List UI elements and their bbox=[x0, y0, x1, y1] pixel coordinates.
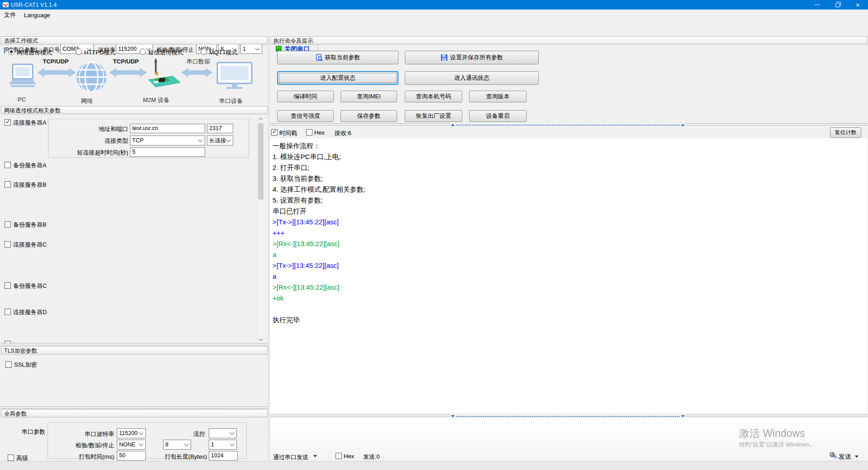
pack-len-label: 打包长度(Bytes) bbox=[163, 453, 207, 461]
short-conn-timeout-label: 短连接超时时间(秒) bbox=[48, 149, 128, 157]
backup-server-a-label: 备份服务器A bbox=[13, 161, 47, 170]
send-hex-checkbox[interactable] bbox=[336, 453, 342, 459]
window-title: USR-CAT1 V1.1.4 bbox=[11, 2, 57, 8]
scroll-down-button[interactable] bbox=[258, 336, 264, 343]
dropdown-arrow-icon bbox=[184, 442, 189, 446]
radio-mqtt[interactable] bbox=[201, 48, 207, 55]
g-parity-select[interactable]: NONE bbox=[117, 440, 146, 450]
query-version-button[interactable]: 查询版本 bbox=[469, 91, 527, 102]
log-line: +ok bbox=[273, 293, 867, 304]
global-params-header: 全局参数 bbox=[1, 409, 268, 417]
scrollbar-thumb[interactable] bbox=[258, 123, 264, 199]
backup-server-c-checkbox[interactable] bbox=[5, 282, 11, 289]
splitter-handle[interactable] bbox=[450, 123, 686, 127]
send-sound-icon bbox=[829, 451, 837, 459]
collapse-up-icon bbox=[451, 124, 455, 126]
g-flow-select[interactable] bbox=[209, 428, 237, 438]
recv-hex-label: Hex bbox=[314, 129, 325, 136]
log-line: 2. 打开串口; bbox=[273, 162, 867, 173]
log-line: 一般操作流程： bbox=[273, 141, 867, 151]
backup-server-b-checkbox[interactable] bbox=[5, 221, 11, 228]
send-button[interactable]: 发送 bbox=[839, 453, 851, 461]
query-imei-button[interactable]: 查询IMEI bbox=[340, 91, 397, 102]
g-databits-select[interactable]: 8 bbox=[163, 440, 191, 450]
factory-reset-button[interactable]: 恢复出厂设置 bbox=[405, 110, 462, 122]
conn-type-select[interactable]: TCP bbox=[130, 136, 205, 145]
server-address-input[interactable]: test.usr.cn bbox=[130, 124, 205, 133]
dropdown-arrow-icon bbox=[230, 431, 235, 435]
dropdown-arrow-icon bbox=[255, 46, 260, 51]
server-b-checkbox[interactable] bbox=[5, 181, 11, 188]
g-baud-select[interactable]: 115200 bbox=[117, 428, 146, 438]
enter-comm-button[interactable]: 进入通讯状态 bbox=[405, 71, 539, 85]
collapse-down-icon bbox=[451, 415, 455, 417]
node-net-label: 网络 bbox=[72, 97, 101, 105]
get-params-button[interactable]: 获取当前参数 bbox=[277, 51, 398, 64]
recv-hex-checkbox[interactable] bbox=[306, 129, 312, 136]
g-parity-label: 检验/数据/停止 bbox=[48, 441, 114, 450]
baud-select[interactable]: 115200 bbox=[116, 44, 153, 54]
enter-config-button[interactable]: 进入配置状态 bbox=[277, 71, 398, 85]
radio-net-passthrough[interactable] bbox=[8, 48, 14, 55]
stopbits-select[interactable]: 1 bbox=[240, 44, 262, 54]
link1-label: TCP/UDP bbox=[43, 58, 68, 65]
recv-count: 接收:6 bbox=[335, 129, 351, 137]
dropdown-arrow-icon bbox=[226, 138, 231, 142]
log-line: >[Tx->][13:45:22][asc] bbox=[273, 217, 867, 228]
log-line: >[Tx->][13:45:22][asc] bbox=[273, 260, 867, 271]
activate-windows-watermark: 激活 Windows bbox=[739, 426, 805, 441]
arrow-icon bbox=[181, 68, 213, 77]
send-via-serial-dropdown[interactable]: 通过串口发送 bbox=[273, 453, 308, 461]
pack-len-input[interactable]: 1024 bbox=[209, 451, 238, 460]
log-line: a bbox=[273, 271, 867, 282]
menu-bar: 文件 Language bbox=[0, 10, 868, 20]
timestamp-checkbox[interactable] bbox=[271, 129, 278, 136]
advanced-checkbox[interactable] bbox=[8, 455, 14, 461]
server-a-label: 连接服务器A bbox=[13, 119, 47, 127]
left-splitter-groove[interactable] bbox=[1, 343, 268, 346]
menu-language[interactable]: Language bbox=[20, 10, 54, 20]
restore-icon bbox=[835, 3, 839, 7]
serial-params-label: 串口参数 bbox=[22, 428, 45, 436]
pack-time-input[interactable]: 50 bbox=[117, 451, 146, 460]
reset-count-button[interactable]: 复位计数 bbox=[830, 127, 861, 138]
log-line: 1. 模块连PC串口,上电; bbox=[273, 151, 867, 162]
dropdown-arrow-icon bbox=[230, 442, 235, 446]
commands-header: 执行命令及提示 bbox=[270, 36, 867, 44]
addr-port-label: 地址和端口 bbox=[48, 125, 128, 133]
net-params-header: 网络透传模式相关参数 bbox=[1, 106, 268, 114]
restore-button[interactable] bbox=[827, 0, 848, 10]
log-area[interactable]: 一般操作流程：1. 模块连PC串口,上电;2. 打开串口;3. 获取当前参数;4… bbox=[270, 138, 867, 413]
timeout-input[interactable]: 5 bbox=[130, 147, 205, 157]
node-m2m-label: M2M 设备 bbox=[136, 96, 177, 104]
persist-select[interactable]: 长连接 bbox=[207, 136, 233, 145]
server-c-checkbox[interactable] bbox=[5, 241, 11, 247]
conn-type-label: 连接类型 bbox=[48, 137, 128, 145]
minimize-button[interactable] bbox=[807, 0, 827, 10]
arrow-icon bbox=[37, 68, 76, 77]
server-d-checkbox[interactable] bbox=[5, 309, 11, 315]
ssl-checkbox[interactable] bbox=[5, 361, 12, 368]
server-a-checkbox[interactable] bbox=[5, 119, 11, 126]
device-restart-button[interactable]: 设备重启 bbox=[469, 110, 527, 122]
params-scrollbar[interactable] bbox=[257, 115, 264, 343]
menu-file[interactable]: 文件 bbox=[0, 10, 20, 20]
app-logo-icon bbox=[2, 1, 9, 8]
server-port-input[interactable]: 2317 bbox=[207, 124, 233, 133]
backup-server-a-checkbox[interactable] bbox=[5, 162, 11, 168]
dropdown-arrow-icon bbox=[855, 455, 858, 458]
query-signal-button[interactable]: 查信号强度 bbox=[277, 110, 334, 122]
compile-time-button[interactable]: 编译时间 bbox=[277, 91, 334, 102]
query-number-button[interactable]: 查询本机号码 bbox=[405, 91, 462, 102]
radio-httpd[interactable] bbox=[76, 48, 82, 55]
ssl-label: SSL加密 bbox=[14, 361, 37, 369]
save-params-button[interactable]: 保存参数 bbox=[340, 110, 397, 122]
set-save-params-button[interactable]: 设置并保存所有参数 bbox=[405, 51, 539, 64]
scroll-up-button[interactable] bbox=[258, 115, 264, 122]
radio-httpd-label: HTTPD模式 bbox=[84, 48, 115, 57]
close-button[interactable]: × bbox=[848, 0, 868, 10]
g-stopbits-select[interactable]: 1 bbox=[209, 440, 237, 450]
radio-sms[interactable] bbox=[139, 48, 146, 55]
radio-sms-label: 短信透传模式 bbox=[148, 48, 183, 57]
global-serial-form: 串口波特率 115200 流控 检验/数据/停止 NONE 8 1 打包时间(m… bbox=[48, 422, 247, 459]
